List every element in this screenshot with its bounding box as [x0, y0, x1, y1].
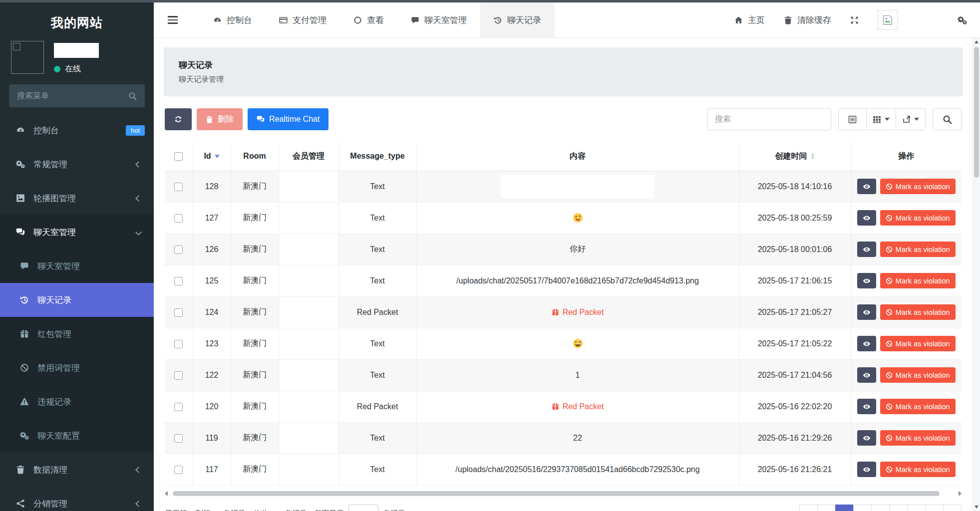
cell-message-type: Text: [338, 171, 416, 202]
mark-violation-button[interactable]: Mark as violation: [880, 179, 956, 194]
scroll-right-arrow-icon[interactable]: [959, 491, 962, 496]
page-size-select[interactable]: 10: [348, 505, 378, 511]
sidebar-item-红包管理[interactable]: 红包管理: [0, 317, 154, 351]
user-avatar[interactable]: [878, 10, 898, 30]
sidebar-item-控制台[interactable]: 控制台hot: [0, 113, 154, 147]
sidebar-item-禁用词管理[interactable]: 禁用词管理: [0, 351, 154, 385]
mark-violation-button[interactable]: Mark as violation: [880, 304, 956, 320]
eye-icon: [863, 434, 871, 442]
sort-icon[interactable]: [811, 153, 815, 159]
mark-violation-button[interactable]: Mark as violation: [880, 273, 956, 288]
search-submit-button[interactable]: [933, 108, 962, 130]
home-icon: [734, 16, 743, 24]
sidebar-item-聊天记录[interactable]: 聊天记录: [0, 283, 154, 317]
view-button[interactable]: [857, 273, 876, 288]
sidebar-item-违规记录[interactable]: 违规记录: [0, 385, 154, 419]
ban-icon: [886, 403, 893, 410]
page-button-‹[interactable]: ‹: [817, 505, 836, 511]
export-button[interactable]: [896, 109, 925, 130]
mark-violation-button[interactable]: Mark as violation: [880, 242, 956, 257]
row-checkbox[interactable]: [174, 371, 183, 380]
mark-violation-button[interactable]: Mark as violation: [880, 399, 956, 414]
view-button[interactable]: [857, 462, 876, 477]
scroll-left-arrow-icon[interactable]: [165, 491, 168, 496]
scroll-up-arrow-icon[interactable]: [973, 38, 980, 46]
row-checkbox[interactable]: [174, 434, 183, 443]
cell-message-type: Text: [338, 328, 416, 359]
nav-action-gears-icon[interactable]: [958, 15, 967, 25]
chevron-down-icon: [135, 229, 142, 236]
toggle-view-button[interactable]: [839, 109, 867, 130]
nav-action-清除缓存[interactable]: 清除缓存: [784, 14, 831, 26]
row-checkbox[interactable]: [174, 466, 183, 474]
mark-violation-button[interactable]: Mark as violation: [880, 430, 956, 446]
sidebar-item-聊天室管理[interactable]: 聊天室管理: [0, 249, 154, 283]
tab-聊天室管理[interactable]: 聊天室管理: [397, 2, 480, 37]
tab-聊天记录[interactable]: 聊天记录: [480, 2, 555, 37]
menu-search-input[interactable]: [17, 91, 128, 100]
nav-action-主页[interactable]: 主页: [734, 14, 765, 26]
mark-violation-button[interactable]: Mark as violation: [880, 210, 956, 226]
page-button-5[interactable]: 5: [907, 505, 926, 511]
scroll-down-arrow-icon[interactable]: [973, 503, 980, 511]
row-checkbox[interactable]: [174, 308, 183, 317]
view-button[interactable]: [857, 430, 876, 446]
sidebar-item-轮播图管理[interactable]: 轮播图管理: [0, 181, 154, 215]
page-button-4[interactable]: 4: [889, 505, 908, 511]
mark-violation-button[interactable]: Mark as violation: [880, 462, 956, 477]
mark-violation-button[interactable]: Mark as violation: [880, 367, 956, 383]
page-button-›[interactable]: ›: [925, 505, 944, 511]
sidebar-item-数据清理[interactable]: 数据清理: [0, 453, 154, 487]
sidebar-item-聊天室管理[interactable]: 聊天室管理: [0, 215, 154, 249]
row-checkbox[interactable]: [174, 246, 183, 254]
hamburger-icon[interactable]: [168, 14, 178, 26]
cell-member: [279, 391, 338, 422]
tab-查看[interactable]: 查看: [340, 2, 397, 37]
view-button[interactable]: [857, 242, 876, 257]
view-button[interactable]: [857, 336, 876, 351]
view-button[interactable]: [857, 210, 876, 226]
page-button-«[interactable]: «: [799, 505, 818, 511]
sidebar-item-常规管理[interactable]: 常规管理: [0, 147, 154, 181]
table-search-input[interactable]: [707, 108, 831, 130]
nav-action-fullscreen-icon[interactable]: [850, 16, 859, 24]
sidebar-item-分销管理[interactable]: 分销管理: [0, 487, 154, 511]
select-all-checkbox[interactable]: [174, 152, 183, 161]
column-label: 创建时间: [775, 151, 807, 162]
view-button[interactable]: [857, 367, 876, 383]
mark-violation-button[interactable]: Mark as violation: [880, 336, 956, 351]
tab-支付管理[interactable]: 支付管理: [266, 2, 340, 37]
eye-icon: [863, 371, 871, 379]
page-button-3[interactable]: 3: [871, 505, 890, 511]
page-button-2[interactable]: 2: [853, 505, 872, 511]
view-button[interactable]: [857, 304, 876, 320]
page-button-»[interactable]: »: [943, 505, 962, 511]
chevron-left-icon: [135, 161, 142, 168]
cell-actions: Mark as violation: [851, 202, 962, 234]
list-icon: [848, 115, 857, 124]
mark-violation-label: Mark as violation: [896, 371, 950, 379]
avatar: [11, 41, 44, 74]
vertical-scroll-thumb[interactable]: [974, 47, 979, 178]
row-checkbox[interactable]: [174, 403, 183, 411]
columns-button[interactable]: [867, 109, 896, 130]
horizontal-scroll-thumb[interactable]: [173, 491, 940, 496]
per-page-prefix: 每页显示: [314, 509, 344, 511]
view-button[interactable]: [857, 399, 876, 414]
row-checkbox[interactable]: [174, 277, 183, 285]
ban-icon: [886, 466, 893, 473]
sidebar-item-聊天室配置[interactable]: 聊天室配置: [0, 419, 154, 453]
row-checkbox[interactable]: [174, 183, 183, 191]
realtime-chat-button[interactable]: Realtime Chat: [248, 108, 328, 130]
sort-desc-icon[interactable]: [215, 155, 220, 158]
table-row: 125新澳门Text/uploads/chat/20250517/7b4007e…: [165, 265, 962, 296]
page-button-1[interactable]: 1: [835, 505, 854, 511]
row-checkbox[interactable]: [174, 340, 183, 348]
tab-控制台[interactable]: 控制台: [200, 2, 266, 37]
refresh-button[interactable]: [165, 108, 192, 130]
menu-search: [9, 84, 145, 107]
view-button[interactable]: [857, 179, 876, 194]
delete-button[interactable]: 删除: [197, 108, 243, 130]
row-checkbox[interactable]: [174, 214, 183, 223]
horizontal-scroll-track[interactable]: [172, 491, 955, 497]
